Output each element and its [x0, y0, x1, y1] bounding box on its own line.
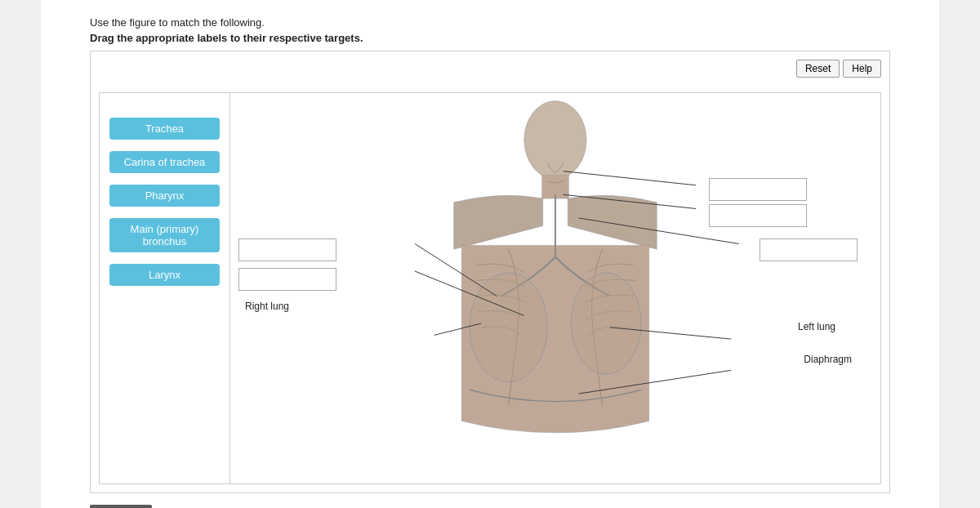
drop-target-3[interactable] [760, 238, 858, 261]
instructions: Use the figure to match the following. D… [90, 16, 890, 44]
instruction-line2: Drag the appropriate labels to their res… [90, 32, 890, 44]
label-main-bronchus[interactable]: Main (primary)bronchus [109, 218, 220, 252]
label-trachea[interactable]: Trachea [109, 118, 220, 140]
drop-target-2[interactable] [709, 204, 807, 227]
instruction-line1: Use the figure to match the following. [90, 16, 890, 29]
bottom-area: Submit Request Answer [90, 505, 890, 508]
svg-point-0 [524, 101, 586, 180]
svg-point-4 [571, 273, 641, 374]
inner-box: Trachea Carina of trachea Pharynx Main (… [99, 92, 881, 484]
diaphragm-label: Diaphragm [804, 354, 852, 365]
figure-area: Right lung Left lung Diaphragm [230, 93, 880, 483]
submit-button[interactable]: Submit [90, 505, 152, 508]
drop-target-4[interactable] [238, 238, 336, 261]
label-pharynx[interactable]: Pharynx [109, 185, 220, 207]
drop-target-5[interactable] [238, 268, 336, 291]
exercise-box: Reset Help Trachea Carina of trachea Pha… [90, 51, 890, 493]
right-lung-label: Right lung [245, 301, 289, 312]
help-button[interactable]: Help [843, 60, 881, 78]
label-larynx[interactable]: Larynx [109, 264, 220, 286]
left-lung-label: Left lung [798, 321, 835, 332]
top-buttons: Reset Help [796, 60, 881, 78]
labels-panel: Trachea Carina of trachea Pharynx Main (… [100, 93, 230, 483]
reset-button[interactable]: Reset [796, 60, 840, 78]
page-wrapper: Use the figure to match the following. D… [41, 0, 939, 508]
drop-target-1[interactable] [709, 178, 807, 201]
svg-point-3 [470, 273, 548, 382]
label-carina[interactable]: Carina of trachea [109, 151, 220, 173]
